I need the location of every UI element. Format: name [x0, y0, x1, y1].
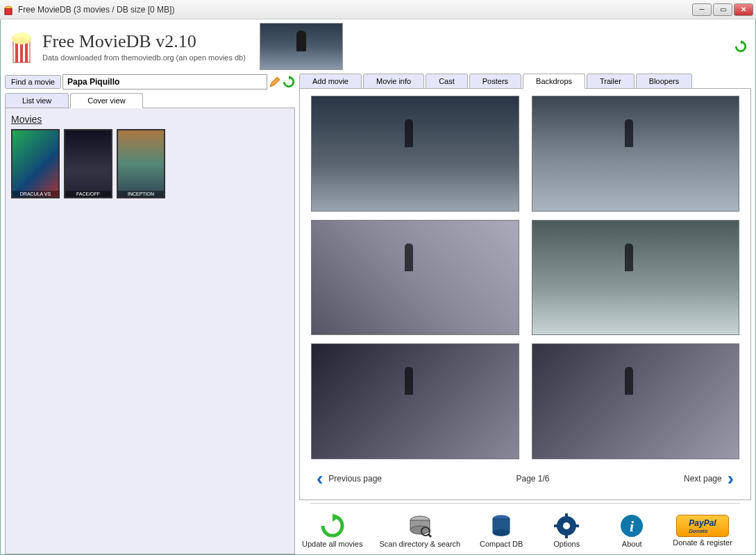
- tab-cast[interactable]: Cast: [426, 74, 468, 89]
- refresh-icon: [320, 513, 345, 538]
- svg-point-16: [493, 529, 510, 536]
- header-preview-image: [260, 23, 343, 70]
- tab-backdrops[interactable]: Backdrops: [523, 74, 585, 89]
- close-button[interactable]: ✕: [734, 3, 753, 16]
- bottom-toolbar: Update all movies Scan directory & searc…: [299, 507, 751, 554]
- app-title: Free MovieDB v2.10: [42, 31, 246, 52]
- options-button[interactable]: Options: [542, 513, 591, 548]
- donate-button[interactable]: PayPal Donate Donate & register: [673, 515, 732, 547]
- svg-rect-2: [15, 42, 18, 62]
- svg-rect-3: [20, 42, 23, 62]
- info-icon: i: [619, 513, 644, 538]
- movies-panel: Movies DRACULA VS FACE/OFF INCEPTION: [5, 108, 295, 554]
- refresh-icon[interactable]: [734, 40, 747, 53]
- paypal-icon: PayPal Donate: [676, 515, 729, 537]
- minimize-button[interactable]: ─: [692, 3, 712, 16]
- svg-text:i: i: [630, 518, 635, 535]
- refresh-search-icon[interactable]: [283, 76, 295, 88]
- backdrop-image[interactable]: [532, 96, 740, 212]
- compact-db-button[interactable]: Compact DB: [477, 513, 526, 548]
- pager: ‹ Previous page Page 1/6 Next page ›: [311, 459, 739, 493]
- tab-cover-view[interactable]: Cover view: [70, 93, 142, 108]
- disk-search-icon: [408, 513, 432, 538]
- tab-trailer[interactable]: Trailer: [587, 74, 635, 89]
- left-panel: Find a movie List view Cover view Movies…: [5, 74, 295, 554]
- svg-rect-20: [565, 533, 568, 538]
- tab-add-movie[interactable]: Add movie: [299, 74, 362, 89]
- backdrop-image[interactable]: [311, 220, 519, 336]
- svg-rect-21: [554, 524, 560, 527]
- main-content: Find a movie List view Cover view Movies…: [1, 74, 755, 554]
- svg-rect-19: [565, 513, 568, 519]
- right-panel: Add movie Movie info Cast Posters Backdr…: [299, 74, 751, 554]
- app-icon: [3, 4, 14, 15]
- backdrop-image[interactable]: [311, 343, 519, 459]
- tab-posters[interactable]: Posters: [469, 74, 521, 89]
- header: Free MovieDB v2.10 Data downloaded from …: [1, 19, 755, 74]
- movie-poster[interactable]: DRACULA VS: [11, 129, 60, 198]
- svg-rect-0: [5, 8, 12, 15]
- movies-heading: Movies: [11, 114, 289, 125]
- movie-poster[interactable]: FACE/OFF: [64, 129, 112, 198]
- previous-page-button[interactable]: ‹ Previous page: [317, 468, 382, 490]
- tab-bloopers[interactable]: Bloopers: [636, 74, 692, 89]
- svg-point-18: [563, 522, 570, 529]
- find-movie-label: Find a movie: [5, 75, 61, 89]
- svg-point-8: [24, 35, 30, 40]
- popcorn-icon: [9, 29, 34, 64]
- svg-rect-4: [25, 42, 28, 62]
- chevron-right-icon: ›: [728, 468, 734, 490]
- svg-line-13: [428, 534, 431, 537]
- window-title: Free MovieDB (3 movies / DB size [0 MB]): [18, 5, 692, 15]
- detail-tabs: Add movie Movie info Cast Posters Backdr…: [299, 74, 751, 89]
- search-input[interactable]: [62, 74, 267, 89]
- view-tabs: List view Cover view: [5, 93, 295, 108]
- gear-icon: [554, 513, 579, 538]
- scan-directory-button[interactable]: Scan directory & search: [379, 513, 460, 548]
- titlebar: Free MovieDB (3 movies / DB size [0 MB])…: [0, 0, 756, 19]
- svg-point-6: [15, 33, 20, 39]
- svg-rect-22: [573, 524, 579, 527]
- chevron-left-icon: ‹: [317, 468, 323, 490]
- backdrops-panel: ‹ Previous page Page 1/6 Next page ›: [299, 88, 751, 500]
- about-button[interactable]: i About: [607, 513, 656, 548]
- header-text: Free MovieDB v2.10 Data downloaded from …: [42, 31, 246, 62]
- prev-label: Previous page: [328, 474, 382, 484]
- backdrop-image[interactable]: [532, 343, 740, 459]
- window-controls: ─ ▭ ✕: [692, 3, 753, 16]
- backdrop-image[interactable]: [532, 220, 740, 336]
- movie-poster[interactable]: INCEPTION: [117, 129, 165, 198]
- edit-icon[interactable]: [269, 76, 281, 88]
- database-icon: [489, 513, 514, 538]
- page-indicator: Page 1/6: [516, 474, 549, 484]
- app-subtitle: Data downloaded from themoviedb.org (an …: [42, 53, 246, 62]
- maximize-button[interactable]: ▭: [713, 3, 732, 16]
- tab-movie-info[interactable]: Movie info: [363, 74, 424, 89]
- app-body: Free MovieDB v2.10 Data downloaded from …: [0, 19, 756, 555]
- search-row: Find a movie: [5, 74, 295, 90]
- backdrop-image[interactable]: [311, 96, 519, 212]
- backdrops-grid: [311, 96, 739, 459]
- next-label: Next page: [684, 474, 722, 484]
- tab-list-view[interactable]: List view: [5, 93, 69, 108]
- next-page-button[interactable]: Next page ›: [684, 468, 734, 490]
- posters-row: DRACULA VS FACE/OFF INCEPTION: [11, 129, 289, 198]
- update-all-button[interactable]: Update all movies: [302, 513, 362, 548]
